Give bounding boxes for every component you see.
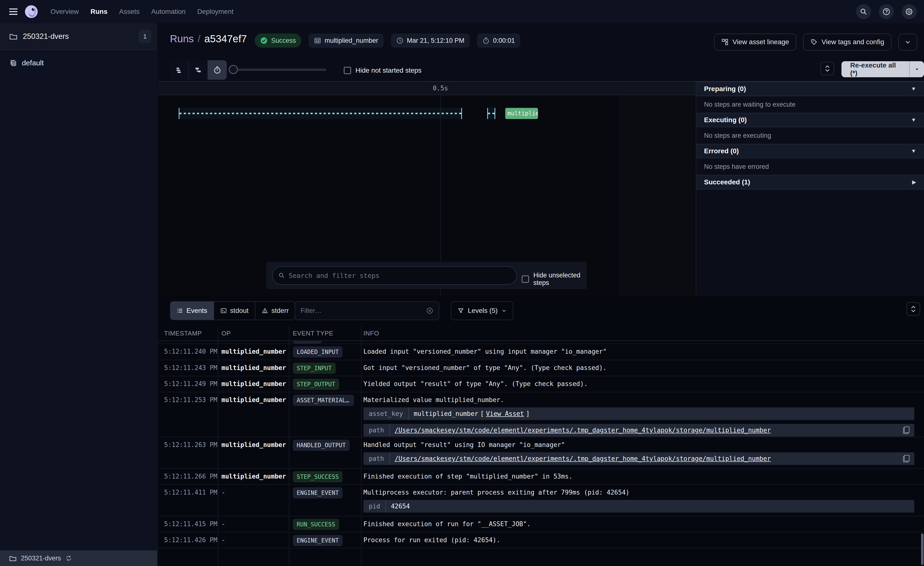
nav-item-deployment[interactable]: Deployment: [197, 8, 233, 15]
dagster-logo[interactable]: [24, 5, 38, 19]
section-header-preparing[interactable]: Preparing (0)▼: [696, 81, 924, 96]
event-info-text: Process for run exited (pid: 42654).: [363, 536, 914, 543]
gear-icon: [905, 8, 913, 15]
event-metadata-row: asset_keymultiplied_number[View Asset]: [363, 407, 914, 420]
terminal-icon: [220, 307, 227, 314]
tab-stdout[interactable]: stdout: [214, 302, 255, 320]
event-info-text: Got input "versioned_number" of type "An…: [363, 364, 914, 372]
hide-not-started-checkbox[interactable]: [344, 67, 351, 74]
section-header-succeeded[interactable]: Succeeded (1)▶: [696, 175, 924, 190]
path-link[interactable]: /Users/smackesey/stm/code/elementl/exper…: [395, 455, 771, 462]
nav-item-runs[interactable]: Runs: [90, 8, 108, 15]
breadcrumb: Runs / a5347ef7: [170, 33, 247, 45]
bracket: ]: [526, 410, 530, 417]
event-row: 5:12:11.266 PMmultiplied_numberSTEP_SUCC…: [158, 469, 924, 485]
section-header-executing[interactable]: Executing (0)▼: [696, 113, 924, 127]
metadata-key: pid: [363, 500, 386, 513]
help-button[interactable]: [879, 4, 894, 19]
event-type-badge: ENGINE_EVENT: [293, 487, 342, 498]
zoom-slider-knob[interactable]: [229, 65, 238, 74]
events-panel: Events stdout stderr: [158, 296, 924, 566]
sync-icon[interactable]: [65, 555, 72, 561]
reexecute-all-button[interactable]: Re-execute all (*): [842, 61, 909, 77]
view-tags-config-button[interactable]: View tags and config: [803, 33, 891, 51]
event-row: 5:12:11.253 PMmultiplied_numberASSET_MAT…: [158, 392, 924, 437]
caret-down-icon: ▼: [911, 86, 916, 92]
event-type-badge: STEP_SUCCESS: [293, 471, 342, 482]
events-table-body: 5:12:11.240 PMmultiplied_numberLOADED_IN…: [158, 344, 924, 548]
event-timestamp: 5:12:11.411 PM: [158, 485, 218, 516]
event-timestamp: 5:12:11.426 PM: [158, 533, 218, 548]
zoom-slider[interactable]: [231, 69, 327, 71]
search-icon: [860, 8, 867, 15]
metadata-value-text: 42654: [391, 503, 410, 510]
time-tick-label: 0.5s: [433, 84, 448, 92]
col-timestamp: TIMESTAMP: [158, 330, 218, 337]
stopwatch-icon: [482, 37, 490, 44]
event-timestamp: 5:12:11.263 PM: [158, 437, 218, 468]
hide-unselected-checkbox[interactable]: [522, 275, 529, 283]
waterfall-view-button[interactable]: [189, 60, 208, 80]
events-expand-button[interactable]: [906, 302, 920, 316]
event-op: multiplied_number: [218, 344, 289, 360]
hide-not-started-label: Hide not started steps: [356, 66, 422, 74]
nav-item-assets[interactable]: Assets: [119, 8, 140, 15]
sidebar-job-default[interactable]: default: [0, 53, 157, 72]
gantt-offrange-band: [620, 95, 696, 296]
col-op: OP: [218, 330, 289, 337]
event-row: 5:12:11.263 PMmultiplied_numberHANDLED_O…: [158, 437, 924, 469]
nav-item-automation[interactable]: Automation: [151, 8, 186, 15]
event-timestamp: 5:12:11.249 PM: [158, 376, 218, 392]
run-actions-menu-button[interactable]: [898, 33, 917, 51]
timed-view-button[interactable]: [208, 60, 227, 80]
caret-down-icon: [915, 67, 920, 72]
list-icon: [177, 307, 183, 314]
col-event-type: EVENT TYPE: [289, 330, 361, 337]
vertical-scrollbar[interactable]: [921, 533, 924, 565]
event-info-text: Materialized value multiplied_number.: [363, 396, 914, 403]
chevron-down-icon: [502, 308, 506, 313]
section-header-errored[interactable]: Errored (0)▼: [696, 144, 924, 158]
tab-events[interactable]: Events: [170, 302, 214, 320]
expand-collapse-icon: [910, 306, 916, 312]
copy-icon[interactable]: [903, 455, 909, 462]
nav-item-overview[interactable]: Overview: [51, 8, 79, 15]
clear-filter-icon[interactable]: [426, 307, 434, 314]
gantt-step-bar[interactable]: multiplied_number: [505, 108, 538, 119]
caret-right-icon: ▶: [912, 179, 916, 185]
partial-badge: [293, 341, 322, 343]
breadcrumb-runs-link[interactable]: Runs: [170, 33, 194, 45]
gantt-waiting-span: [178, 108, 462, 119]
hamburger-menu-icon[interactable]: [9, 9, 18, 15]
copy-icon[interactable]: [903, 427, 909, 434]
gantt-chart: 0.5s multiplied_number Hide unselected s…: [158, 81, 696, 296]
step-search-input[interactable]: [289, 272, 510, 279]
warning-triangle-icon: [262, 307, 268, 314]
step-search-box[interactable]: [272, 266, 517, 285]
tag-icon: [810, 38, 818, 46]
settings-button[interactable]: [902, 4, 917, 19]
chevron-down-icon: [904, 39, 911, 45]
sidebar-repo-item[interactable]: 250321-dvers 1: [0, 23, 157, 50]
reexecute-dropdown-button[interactable]: [909, 61, 924, 77]
tab-stderr[interactable]: stderr: [255, 302, 295, 320]
asset-tag[interactable]: multiplied_number: [309, 33, 384, 48]
events-table-header: TIMESTAMP OP EVENT TYPE INFO: [158, 326, 924, 341]
event-metadata-row: path/Users/smackesey/stm/code/elementl/e…: [363, 452, 914, 465]
help-icon: [882, 8, 890, 15]
search-button[interactable]: [856, 4, 871, 19]
view-asset-link[interactable]: View Asset: [486, 410, 524, 417]
event-row: 5:12:11.249 PMmultiplied_numberSTEP_OUTP…: [158, 376, 924, 392]
log-filter-box[interactable]: [295, 301, 439, 320]
path-link[interactable]: /Users/smackesey/stm/code/elementl/exper…: [395, 427, 771, 434]
flat-view-button[interactable]: [170, 60, 189, 80]
event-type-badge: HANDLED_OUTPUT: [293, 440, 350, 451]
view-asset-lineage-button[interactable]: View asset lineage: [714, 33, 796, 51]
event-type-badge: STEP_INPUT: [293, 363, 336, 374]
levels-dropdown[interactable]: Levels (5): [451, 301, 513, 320]
gantt-expand-button[interactable]: [820, 62, 834, 75]
log-filter-input[interactable]: [300, 307, 423, 315]
repo-label: 250321-dvers: [23, 32, 139, 41]
event-info-text: Multiprocess executor: parent process ex…: [363, 489, 914, 496]
event-timestamp: 5:12:11.415 PM: [158, 516, 218, 532]
